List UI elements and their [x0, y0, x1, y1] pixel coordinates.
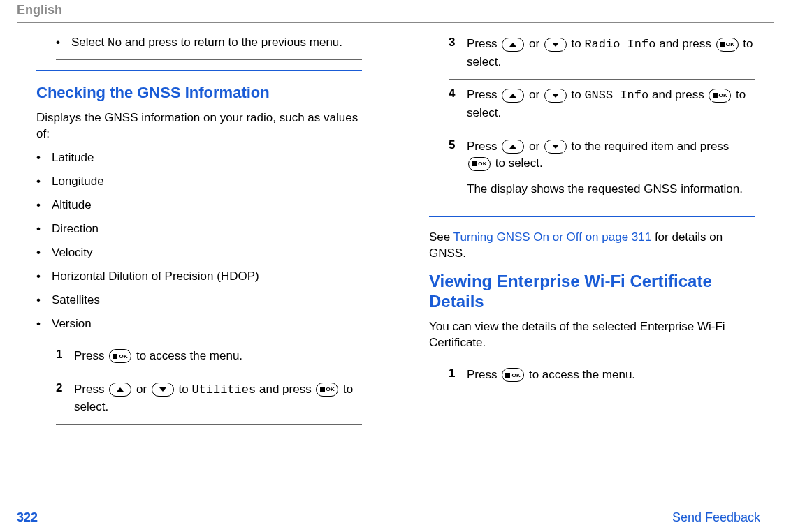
divider [449, 392, 755, 392]
list-item-label: Version [52, 317, 362, 331]
menu-ok-button-icon: OK [316, 383, 338, 397]
list-item: •Satellites [36, 293, 362, 307]
page-header-language: English [17, 0, 774, 23]
menu-ok-button-icon: OK [716, 38, 739, 52]
step-number: 1 [449, 367, 467, 384]
step-4: 4 Press or to GNSS Info and press OK to … [449, 80, 755, 130]
step-text: Press [467, 88, 500, 101]
bullet-dot-icon: • [36, 198, 52, 212]
step-text: and press [652, 88, 707, 101]
bullet-dot-icon: • [36, 317, 52, 331]
two-column-layout: • Select No and press to return to the p… [17, 36, 774, 425]
step-number: 3 [449, 36, 467, 71]
up-arrow-button-icon [502, 38, 524, 52]
step-r1: 1 Press OK to access the menu. [449, 360, 755, 392]
step-text: Press [467, 140, 500, 153]
bullet-dot-icon: • [36, 246, 52, 260]
list-item-label: Velocity [52, 246, 362, 260]
down-arrow-button-icon [544, 38, 567, 52]
send-feedback-link[interactable]: Send Feedback [672, 510, 760, 525]
list-item: •Latitude [36, 151, 362, 165]
divider [56, 424, 362, 425]
down-arrow-button-icon [544, 89, 567, 103]
bullet-select-no: • Select No and press to return to the p… [56, 36, 362, 50]
page-footer: 322 Send Feedback [0, 510, 791, 525]
step-text: to select. [495, 156, 543, 170]
list-item-label: Horizontal Dilution of Precision (HDOP) [52, 269, 362, 283]
heading-wifi-cert: Viewing Enterprise Wi-Fi Certificate Det… [429, 272, 755, 312]
step-2: 2 Press or to Utilities and press OK to … [56, 374, 362, 424]
menu-ok-button-icon: OK [468, 157, 491, 171]
bullet-dot-icon: • [36, 269, 52, 283]
step-text: or [529, 88, 543, 101]
step-text: to access the menu. [529, 368, 635, 381]
bullet-text-pre: Select [71, 36, 108, 49]
step-number: 1 [56, 348, 74, 365]
step-text: Press [467, 368, 500, 381]
step-number: 4 [449, 87, 467, 121]
up-arrow-button-icon [502, 89, 524, 103]
step-text: or [136, 383, 150, 396]
list-item: •Version [36, 317, 362, 331]
list-item: •Direction [36, 222, 362, 236]
list-item-label: Altitude [52, 198, 362, 212]
step-text: or [529, 37, 543, 50]
intro-paragraph: Displays the GNSS information on your ra… [36, 110, 362, 142]
heading-gnss-info: Checking the GNSS Information [36, 84, 362, 102]
list-item: •Velocity [36, 246, 362, 260]
list-item-label: Latitude [52, 151, 362, 165]
step-text: to access the menu. [136, 349, 242, 362]
step-1: 1 Press OK to access the menu. [56, 341, 362, 374]
step-result-text: The display shows the requested GNSS inf… [467, 182, 743, 195]
down-arrow-button-icon [152, 383, 174, 397]
step-text: to [572, 88, 585, 101]
bullet-text-post: and press to return to the previous menu… [122, 36, 342, 49]
step-text: Press [74, 349, 108, 362]
step-text: and press [259, 383, 314, 396]
step-text: or [529, 140, 543, 153]
bullet-dot-icon: • [56, 36, 71, 50]
list-item: •Longitude [36, 175, 362, 189]
list-item-label: Direction [52, 222, 362, 236]
step-text: to the required item and press [572, 140, 730, 153]
see-text-pre: See [429, 230, 453, 244]
list-item: •Horizontal Dilution of Precision (HDOP) [36, 269, 362, 283]
list-item-label: Satellites [52, 293, 362, 307]
step-text: to [179, 383, 192, 396]
left-column: • Select No and press to return to the p… [17, 36, 382, 425]
step-text: to [572, 37, 585, 50]
step-text: and press [659, 37, 714, 50]
list-item: •Altitude [36, 198, 362, 212]
step-number: 5 [449, 138, 467, 198]
step-3: 3 Press or to Radio Info and press OK to… [449, 36, 755, 79]
menu-ok-button-icon: OK [109, 349, 131, 363]
menu-ok-button-icon: OK [709, 89, 731, 103]
down-arrow-button-icon [544, 140, 567, 154]
list-item-label: Longitude [52, 175, 362, 189]
bullet-dot-icon: • [36, 151, 52, 165]
menu-option-mono: Utilities [191, 383, 256, 397]
section-divider-blue [36, 70, 362, 71]
right-column: 3 Press or to Radio Info and press OK to… [409, 36, 774, 425]
step-number: 2 [56, 381, 74, 416]
cross-reference-link[interactable]: Turning GNSS On or Off on page 311 [453, 230, 652, 244]
bullet-dot-icon: • [36, 175, 52, 189]
section-divider-blue [429, 216, 755, 217]
divider [56, 59, 362, 60]
bullet-dot-icon: • [36, 222, 52, 236]
intro-paragraph-2: You can view the details of the selected… [429, 319, 755, 351]
menu-ok-button-icon: OK [502, 368, 524, 382]
up-arrow-button-icon [109, 383, 131, 397]
page-number: 322 [17, 510, 38, 525]
bullet-dot-icon: • [36, 293, 52, 307]
menu-option-mono: GNSS Info [584, 89, 648, 102]
menu-option-mono: Radio Info [584, 38, 655, 51]
step-text: Press [74, 383, 108, 396]
see-reference: See Turning GNSS On or Off on page 311 f… [429, 230, 755, 262]
step-5: 5 Press or to the required item and pres… [449, 131, 755, 207]
step-text: Press [467, 37, 500, 50]
up-arrow-button-icon [502, 140, 524, 154]
bullet-text-mono: No [108, 36, 122, 50]
